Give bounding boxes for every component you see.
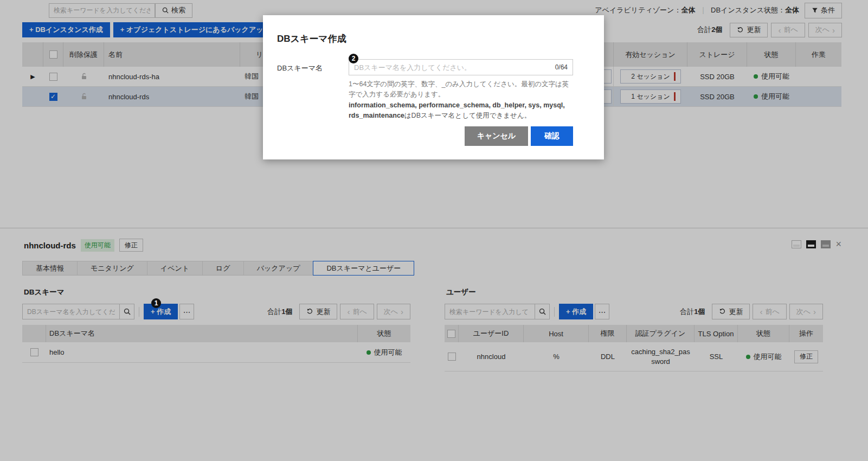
rds-console: 検索 アベイラビリティゾーン：全体 ｜ DBインスタンス状態：全体 条件 + D… [0, 0, 868, 461]
char-counter: 0/64 [555, 63, 573, 71]
schema-name-help: 1〜64文字の間の英字、数字、_のみ入力してください。最初の文字は英字で入力する… [349, 79, 573, 121]
create-db-schema-modal: DBスキーマ作成 DBスキーマ名 0/64 1〜64文字の間の英字、数字、_のみ… [263, 15, 604, 159]
cancel-button[interactable]: キャンセル [465, 126, 528, 146]
step-badge-1: 1 [151, 298, 161, 308]
schema-name-input[interactable] [349, 60, 555, 75]
confirm-button[interactable]: 確認 [531, 126, 573, 146]
schema-name-label: DBスキーマ名 [263, 59, 349, 121]
step-badge-2: 2 [349, 54, 358, 63]
modal-title: DBスキーマ作成 [277, 33, 590, 45]
schema-name-input-box: 0/64 [349, 59, 573, 75]
